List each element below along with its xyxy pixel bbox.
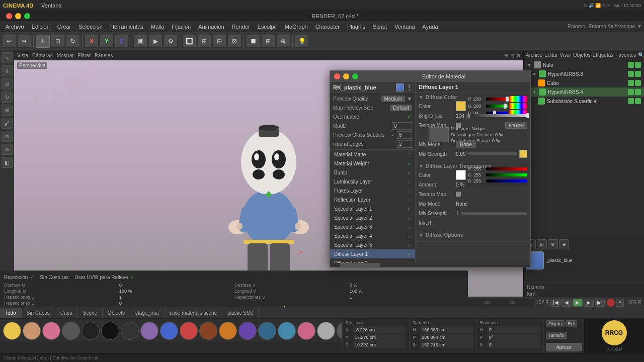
tamaño-btn[interactable]: Tamaño — [546, 332, 567, 339]
menu-crear[interactable]: Crear — [54, 23, 75, 31]
go-end-btn[interactable]: ▶| — [595, 299, 605, 307]
x-pos-val[interactable]: -3.228 cm — [353, 326, 406, 333]
color-chip-yellow[interactable] — [456, 101, 466, 111]
object-hypernurbs4[interactable]: ▼ HyperNURBS.4 — [524, 87, 644, 97]
tool-extrude[interactable]: ⊗ — [2, 144, 13, 155]
tool-rotate[interactable]: ↻ — [2, 92, 13, 103]
layer-specular1[interactable]: Specular Layer 1 ✓ — [330, 204, 415, 213]
layer-bump[interactable]: Bump ✓ — [330, 168, 415, 177]
vp-menu-mostrar[interactable]: Mostrar — [57, 53, 74, 58]
mix-mode-select[interactable]: None — [456, 141, 476, 148]
icon-btn-2[interactable]: ⊡ — [537, 239, 547, 249]
vp-icon-3[interactable]: ⊗ — [516, 53, 520, 58]
anim-opt-btn[interactable]: A — [616, 299, 624, 307]
redo-btn[interactable]: ↪ — [17, 35, 31, 48]
tab-stage-mat[interactable]: stage_mat — [130, 308, 165, 318]
view-top-btn[interactable]: ⊞ — [197, 35, 211, 48]
swatch-blue[interactable] — [160, 322, 178, 340]
rp-objetos[interactable]: Objetos — [573, 52, 590, 58]
object-hypernurbs8[interactable]: ▼ HyperNURBS.8 — [524, 69, 644, 78]
object-subdivision[interactable]: Subdivisión Superficial — [524, 97, 644, 106]
swatch-pink[interactable] — [42, 322, 60, 340]
menu-herramientas[interactable]: Herramientas — [107, 23, 147, 31]
swatch-steel[interactable] — [258, 322, 276, 340]
mat-editor-scroll-thumb[interactable] — [340, 263, 380, 267]
object-cubo[interactable]: Cubo — [524, 78, 644, 87]
nulo-expand[interactable]: ▼ — [527, 62, 532, 68]
vp-icon-2[interactable]: ⊡ — [510, 53, 514, 58]
swatch-skin[interactable] — [23, 322, 41, 340]
menu-animacion[interactable]: Animación — [195, 23, 227, 31]
layer-diffuse1[interactable]: Diffuse Layer 1 ✓ — [330, 249, 415, 258]
menu-ventana[interactable]: Ventana — [391, 23, 418, 31]
vp-menu-filtrar[interactable]: Filtrar — [78, 53, 91, 58]
view-persp-btn[interactable]: 🔳 — [182, 35, 196, 48]
menu-seleccion[interactable]: Selección — [75, 23, 106, 31]
tb-slider[interactable] — [486, 179, 527, 183]
menu-script[interactable]: Script — [369, 23, 390, 31]
tab-todo[interactable]: Todo — [0, 308, 22, 318]
go-start-btn[interactable]: |◀ — [550, 299, 560, 307]
swatch-violet[interactable] — [238, 322, 257, 340]
swatch-mid-dark[interactable] — [121, 322, 139, 340]
view-right-btn[interactable]: ⊠ — [227, 35, 242, 48]
layer-specular5[interactable]: Specular Layer 5 □ — [330, 240, 415, 249]
vp-menu-cameras[interactable]: Cámaras — [32, 53, 53, 58]
tool-scale[interactable]: ⊡ — [2, 78, 13, 89]
tab-objects[interactable]: Objects — [103, 308, 130, 318]
menu-fijacion[interactable]: Fijación — [168, 23, 194, 31]
close-button[interactable] — [6, 13, 12, 19]
z-axis-btn[interactable]: Z — [115, 35, 129, 48]
layer-material-matte[interactable]: Material Matte □ — [330, 150, 415, 159]
axis-btn[interactable]: ⊕ — [276, 35, 290, 48]
grid-btn[interactable]: ⊞ — [261, 35, 275, 48]
diffuse-options-title[interactable]: ▼ Diffuse Options — [419, 232, 527, 238]
rp-val[interactable]: 0° — [488, 334, 540, 341]
overridable-check[interactable]: ✓ — [407, 113, 412, 120]
play-btn[interactable]: ▶ — [573, 299, 583, 307]
y-axis-btn[interactable]: Y — [100, 35, 114, 48]
move-btn[interactable]: ✛ — [36, 35, 50, 48]
menu-esculpir[interactable]: Esculpir — [254, 23, 281, 31]
icon-btn-4[interactable]: ◈ — [559, 239, 569, 249]
g-slider-thumb[interactable] — [504, 104, 507, 109]
light-btn[interactable]: 💡 — [295, 35, 309, 48]
r-slider-thumb[interactable] — [506, 97, 509, 102]
layer-flakes[interactable]: Flakes Layer □ — [330, 186, 415, 195]
tr-slider[interactable] — [486, 167, 527, 170]
preview-gloss-input[interactable] — [397, 131, 412, 139]
scale-btn[interactable]: ⊡ — [51, 35, 65, 48]
round-edges-input[interactable] — [397, 140, 412, 148]
menu-mograph[interactable]: MoGraph — [281, 23, 311, 31]
swatch-purple[interactable] — [140, 322, 158, 340]
menu-plugins[interactable]: Plugins — [344, 23, 369, 31]
swatch-mid-gray[interactable] — [337, 322, 342, 340]
swatch-rose[interactable] — [297, 322, 315, 340]
object-nulo[interactable]: ▼ Nulo — [524, 60, 644, 69]
tool-paint[interactable]: 🖌 — [2, 118, 13, 129]
r-slider[interactable] — [486, 98, 508, 101]
rp-etiquetas[interactable]: Etiquetas — [593, 52, 614, 58]
mat-editor-max[interactable] — [352, 73, 358, 79]
window-menu-item[interactable]: Ventana — [38, 2, 64, 10]
tab-plastic-sss[interactable]: plastic SSS — [222, 308, 259, 318]
amount-slider[interactable] — [466, 183, 527, 186]
hn8-expand[interactable]: ▼ — [532, 71, 537, 77]
swatch-orange[interactable] — [219, 322, 237, 340]
menu-archivo[interactable]: Archivo — [2, 23, 28, 31]
snap-btn[interactable]: 🔲 — [246, 35, 260, 48]
mat-editor-scrollbar[interactable] — [330, 263, 530, 267]
vp-icon-1[interactable]: ⊞ — [504, 53, 508, 58]
undo-btn[interactable]: ↩ — [2, 35, 16, 48]
y-pos-val[interactable]: 17.278 cm — [353, 334, 406, 341]
menu-render[interactable]: Render — [228, 23, 254, 31]
tab-base-materials[interactable]: base materials scene — [165, 308, 223, 318]
h-size-val[interactable]: 166.383 cm — [420, 326, 473, 333]
swatch-gold[interactable] — [3, 322, 21, 340]
layer-reflection[interactable]: Reflection Layer □ — [330, 195, 415, 204]
tab-capa[interactable]: Capa — [55, 308, 78, 318]
layer-diffuse2[interactable]: Diffuse Layer 2 □ — [330, 258, 415, 263]
swatch-dark[interactable] — [62, 322, 80, 340]
b-size-val[interactable]: 182.715 cm — [420, 341, 473, 348]
objeto-btn[interactable]: Objeto — [546, 320, 565, 327]
